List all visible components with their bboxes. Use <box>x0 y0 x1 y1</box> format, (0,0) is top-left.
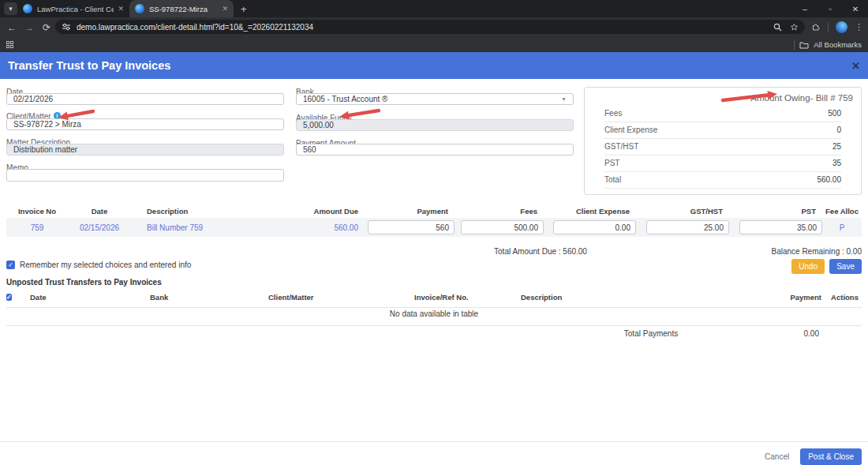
apps-grid-icon[interactable] <box>6 41 13 48</box>
date-input[interactable]: 02/21/2026 <box>6 93 284 105</box>
col-payment: Payment <box>368 207 455 216</box>
invoice-description-link[interactable]: Bill Number 759 <box>147 223 289 232</box>
forward-icon[interactable]: → <box>21 22 38 33</box>
col-invoice-ref: Invoice/Ref No. <box>410 293 516 302</box>
unposted-table-header: ✓ Date Bank Client/Matter Invoice/Ref No… <box>6 292 862 308</box>
owing-row-gst: GST/HST25 <box>604 138 841 155</box>
fees-cell-input[interactable] <box>461 220 544 234</box>
col-fee-alloc: Fee Alloc <box>822 207 862 216</box>
bookmark-star-icon[interactable] <box>790 23 799 32</box>
col-pst: PST <box>739 207 822 216</box>
col-date: Date <box>25 293 145 302</box>
bookmarks-separator <box>794 40 795 50</box>
col-gst-hst: GST/HST <box>646 207 729 216</box>
total-payments-label: Total Payments <box>604 329 698 338</box>
col-amount-due: Amount Due <box>289 207 358 216</box>
new-tab-button[interactable]: + <box>241 3 247 15</box>
col-description: Description <box>516 293 737 302</box>
bank-select[interactable]: 16005 - Trust Account ®▼ <box>296 93 574 105</box>
lawpractica-favicon <box>135 4 144 13</box>
profile-avatar[interactable] <box>836 21 847 33</box>
cancel-button[interactable]: Cancel <box>765 452 789 461</box>
remember-choice: ✓ Remember my selected choices and enter… <box>6 261 191 269</box>
reload-icon[interactable]: ⟳ <box>38 22 55 33</box>
pst-cell-input[interactable] <box>739 220 822 234</box>
tab-title: LawPractica - Client Centre <box>37 5 114 13</box>
tab-client-centre[interactable]: LawPractica - Client Centre ✕ <box>17 0 129 17</box>
browser-toolbar: ← → ⟳ demo.lawpractica.com/client-detail… <box>0 17 868 37</box>
select-all-checkbox[interactable]: ✓ <box>6 294 12 301</box>
site-info-icon[interactable] <box>62 22 71 32</box>
post-and-close-button[interactable]: Post & Close <box>800 448 862 465</box>
available-funds-input: 5,000.00 <box>296 119 574 131</box>
owing-row-fees: Fees500 <box>604 106 841 122</box>
application-window: ▾ LawPractica - Client Centre ✕ SS-97872… <box>0 0 868 465</box>
memo-input[interactable] <box>6 169 284 182</box>
empty-table-message: No data available in table <box>6 309 862 326</box>
amount-owing-title: Amount Owing- Bill # 759 <box>585 88 861 106</box>
window-controls: – ▫ ✕ <box>792 0 868 17</box>
col-fees: Fees <box>461 207 544 216</box>
dialog-footer: Cancel Post & Close <box>765 448 862 465</box>
col-invoice-no: Invoice No <box>6 207 68 216</box>
browser-menu-icon[interactable]: ⋮ <box>855 22 863 32</box>
all-bookmarks[interactable]: All Bookmarks <box>794 40 862 50</box>
payment-amount-input[interactable]: 560 <box>296 144 574 156</box>
zoom-icon[interactable] <box>773 23 782 32</box>
folder-icon <box>799 41 809 49</box>
invoice-no-link[interactable]: 759 <box>6 223 68 232</box>
owing-row-total: Total560.00 <box>604 171 841 189</box>
dialog-close-icon[interactable]: ✕ <box>851 60 860 72</box>
invoice-date-link[interactable]: 02/15/2026 <box>68 223 131 232</box>
back-icon[interactable]: ← <box>3 22 21 33</box>
tab-close-icon[interactable]: ✕ <box>118 5 124 13</box>
fee-alloc-value: P <box>822 223 862 232</box>
minimize-button[interactable]: – <box>792 0 817 17</box>
remember-checkbox[interactable]: ✓ <box>6 261 15 269</box>
invoice-table-header: Invoice No Date Description Amount Due P… <box>6 207 862 216</box>
payment-cell-input[interactable] <box>368 220 455 234</box>
col-client-expense: Client Expense <box>553 207 636 216</box>
owing-row-client-expense: Client Expense0 <box>604 122 841 138</box>
toolbar-right: ⋮ <box>811 17 863 37</box>
bookmarks-bar: All Bookmarks <box>0 37 868 52</box>
gst-cell-input[interactable] <box>646 220 729 234</box>
tab-close-icon[interactable]: ✕ <box>222 5 228 13</box>
browser-tab-strip: ▾ LawPractica - Client Centre ✕ SS-97872… <box>0 0 868 17</box>
amount-due-value: 560.00 <box>289 223 358 232</box>
undo-button[interactable]: Undo <box>791 259 825 274</box>
total-amount-due: Total Amount Due : 560.00 <box>473 247 608 256</box>
lawpractica-favicon <box>23 4 32 13</box>
col-description: Description <box>147 207 289 216</box>
maximize-button[interactable]: ▫ <box>817 0 843 17</box>
save-button[interactable]: Save <box>829 259 862 274</box>
dialog-header: Transfer Trust to Pay Invoices ✕ <box>0 52 868 79</box>
client-expense-cell-input[interactable] <box>553 220 636 234</box>
chevron-down-icon: ▾ <box>9 5 13 13</box>
row-actions: Undo Save <box>791 259 862 274</box>
col-client-matter: Client/Matter <box>264 293 410 302</box>
balance-remaining: Balance Remaining : 0.00 <box>771 247 862 256</box>
url-text[interactable]: demo.lawpractica.com/client-detail.html?… <box>77 23 765 32</box>
address-bar[interactable]: demo.lawpractica.com/client-detail.html?… <box>55 20 805 34</box>
tab-title: SS-978722-Mirza <box>149 5 218 13</box>
all-bookmarks-label: All Bookmarks <box>814 40 862 49</box>
amount-owing-panel: Amount Owing- Bill # 759 Fees500 Client … <box>584 87 862 195</box>
toolbar-separator <box>828 23 829 32</box>
window-close-button[interactable]: ✕ <box>843 0 868 17</box>
owing-row-pst: PST35 <box>604 155 841 171</box>
remember-label: Remember my selected choices and entered… <box>20 261 191 269</box>
col-payment: Payment <box>737 293 828 302</box>
client-matter-input[interactable]: SS-978722 > Mirza <box>6 118 284 130</box>
col-date: Date <box>68 207 131 216</box>
unposted-section-title: Unposted Trust Transfers to Pay Invoices <box>6 278 162 287</box>
tab-search-button[interactable]: ▾ <box>4 2 17 15</box>
chevron-down-icon: ▼ <box>561 96 567 102</box>
col-actions: Actions <box>828 293 862 302</box>
invoice-row: 759 02/15/2026 Bill Number 759 560.00 P <box>6 218 862 237</box>
extensions-icon[interactable] <box>811 21 821 35</box>
footer-divider <box>0 441 868 442</box>
total-payments-value: 0.00 <box>804 329 819 338</box>
page-title: Transfer Trust to Pay Invoices <box>8 59 170 72</box>
tab-client-detail-active[interactable]: SS-978722-Mirza ✕ <box>129 0 234 17</box>
